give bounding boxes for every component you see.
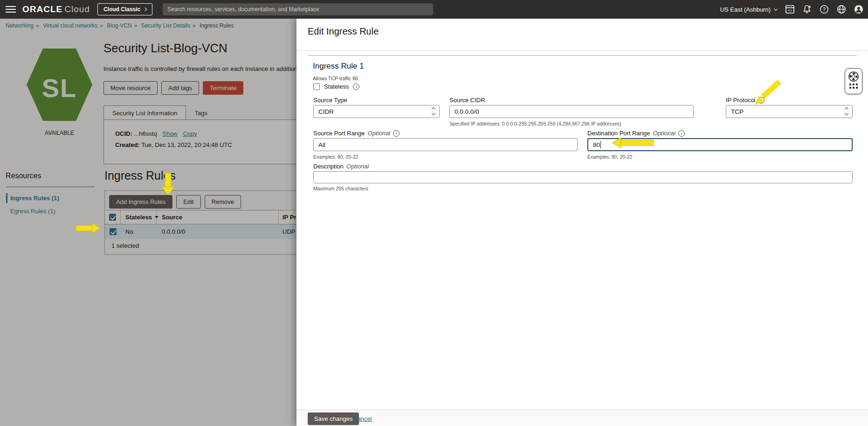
panel-divider: [296, 50, 868, 51]
region-label: US East (Ashburn): [720, 6, 771, 13]
dest-port-helper: Examples: 80, 20-22: [587, 154, 632, 160]
cloud-shell-icon[interactable]: <>: [785, 5, 794, 14]
search-placeholder: Search resources, services, documentatio…: [167, 6, 319, 13]
source-cidr-label: Source CIDR: [449, 97, 485, 104]
select-spinner-icon: [432, 108, 435, 115]
svg-text:<>: <>: [787, 8, 792, 13]
source-port-helper: Examples: 80, 20-22: [313, 154, 358, 160]
source-port-input[interactable]: All: [313, 138, 578, 151]
lifebuoy-icon: [848, 71, 859, 82]
oracle-cloud-logo: ORACLECloud: [22, 4, 90, 14]
drag-handle-dots-icon[interactable]: [849, 84, 858, 89]
ip-protocol-select[interactable]: TCP: [726, 105, 853, 118]
rule-section-divider: [308, 55, 857, 56]
panel-footer: Save changes Cancel: [296, 410, 868, 426]
dest-port-info-icon[interactable]: i: [678, 130, 685, 137]
select-spinner-icon: [845, 108, 848, 115]
logo-oracle-text: ORACLE: [22, 4, 62, 14]
source-port-optional: Optional: [368, 130, 390, 137]
chevron-down-icon: [774, 7, 778, 10]
top-navigation-bar: ORACLECloud Cloud Classic Search resourc…: [0, 0, 868, 19]
cloud-classic-button[interactable]: Cloud Classic: [97, 3, 152, 15]
stateless-checkbox[interactable]: [313, 84, 320, 90]
description-helper: Maximum 255 characters: [313, 186, 368, 191]
cloud-classic-label: Cloud Classic: [103, 6, 140, 13]
logo-cloud-text: Cloud: [64, 4, 90, 14]
stateless-info-icon[interactable]: i: [353, 84, 359, 90]
source-cidr-value: 0.0.0.0/0: [455, 108, 479, 115]
dest-port-input[interactable]: 80: [587, 138, 853, 151]
ip-protocol-value: TCP: [731, 108, 744, 115]
dest-port-label: Destination Port Range: [587, 130, 650, 137]
source-type-select[interactable]: CIDR: [313, 105, 440, 118]
screen-recorder-widget[interactable]: [845, 68, 862, 94]
edit-ingress-rule-panel: Edit Ingress Rule Ingress Rule 1 Allows …: [296, 19, 868, 426]
ip-protocol-label: IP Protocol: [726, 97, 755, 104]
cancel-link[interactable]: Cancel: [353, 415, 372, 422]
panel-title: Edit Ingress Rule: [308, 26, 379, 37]
stateless-label: Stateless: [324, 83, 349, 90]
source-type-label: Source Type: [313, 97, 347, 104]
source-port-label: Source Port Range: [313, 130, 365, 137]
source-port-value: All: [318, 141, 325, 148]
ip-protocol-info-icon[interactable]: i: [758, 97, 765, 104]
dest-port-value: 80: [593, 141, 600, 148]
dest-port-optional: Optional: [653, 130, 675, 137]
notifications-bell-icon[interactable]: [802, 5, 812, 14]
text-cursor: [600, 141, 601, 148]
global-search-input[interactable]: Search resources, services, documentatio…: [163, 3, 433, 15]
rule-title: Ingress Rule 1: [313, 62, 364, 71]
source-cidr-input[interactable]: 0.0.0.0/0: [449, 105, 694, 118]
description-optional: Optional: [346, 163, 369, 170]
rule-subtitle: Allows TCP traffic 80: [313, 76, 358, 81]
help-icon[interactable]: ?: [820, 5, 829, 14]
save-changes-button[interactable]: Save changes: [308, 412, 359, 425]
user-avatar[interactable]: [854, 5, 863, 14]
language-globe-icon[interactable]: [837, 5, 846, 14]
description-label: Description: [313, 163, 344, 170]
chevron-right-icon: [143, 7, 147, 11]
description-input[interactable]: [313, 171, 853, 183]
source-type-value: CIDR: [318, 108, 334, 115]
source-cidr-helper: Specified IP addresses: 0.0.0.0-255.255.…: [449, 121, 621, 126]
svg-text:?: ?: [823, 7, 826, 12]
hamburger-menu-icon[interactable]: [6, 6, 16, 13]
source-port-info-icon[interactable]: i: [393, 130, 400, 137]
region-selector[interactable]: US East (Ashburn): [720, 6, 777, 13]
